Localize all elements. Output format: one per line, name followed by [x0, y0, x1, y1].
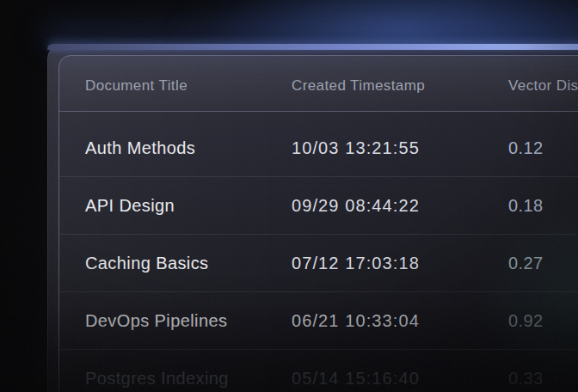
table-row-api-design[interactable]: API Design 09/29 08:44:22 0.18 — [59, 177, 578, 235]
table-row-postgres-indexing[interactable]: Postgres Indexing 05/14 15:16:40 0.33 — [59, 350, 578, 392]
table-row-caching-basics[interactable]: Caching Basics 07/12 17:03:18 0.27 — [59, 235, 578, 292]
cell-created-timestamp: 10/03 13:21:55 — [292, 131, 420, 158]
cell-document-title: Postgres Indexing — [85, 369, 229, 389]
table-row-auth-methods[interactable]: Auth Methods 10/03 13:21:55 0.12 — [59, 112, 578, 177]
column-header-created-timestamp: Created Timestamp — [292, 73, 425, 95]
cell-created-timestamp: 05/14 15:16:40 — [292, 369, 420, 389]
cell-document-title: API Design — [85, 196, 175, 216]
cell-created-timestamp: 09/29 08:44:22 — [292, 196, 420, 216]
cell-vector-distance: 0.92 — [508, 311, 544, 331]
results-card: Document Title Created Timestamp Vector … — [47, 44, 578, 392]
cell-created-timestamp: 07/12 17:03:18 — [292, 254, 420, 273]
column-header-document-title: Document Title — [85, 73, 188, 95]
cell-created-timestamp: 06/21 10:33:04 — [292, 311, 420, 331]
table-row-devops-pipelines[interactable]: DevOps Pipelines 06/21 10:33:04 0.92 — [59, 292, 578, 350]
cell-vector-distance: 0.33 — [508, 369, 544, 389]
cell-vector-distance: 0.18 — [508, 196, 544, 216]
cell-document-title: DevOps Pipelines — [85, 311, 227, 331]
cell-vector-distance: 0.12 — [508, 131, 544, 158]
cell-document-title: Auth Methods — [85, 131, 195, 158]
documents-table: Document Title Created Timestamp Vector … — [58, 55, 578, 392]
screen: Document Title Created Timestamp Vector … — [0, 0, 578, 392]
cell-vector-distance: 0.27 — [508, 254, 544, 273]
card-top-highlight — [47, 44, 578, 50]
table-header: Document Title Created Timestamp Vector … — [59, 56, 578, 112]
cell-document-title: Caching Basics — [85, 254, 208, 273]
column-header-vector-distance: Vector Distance — [508, 73, 578, 95]
